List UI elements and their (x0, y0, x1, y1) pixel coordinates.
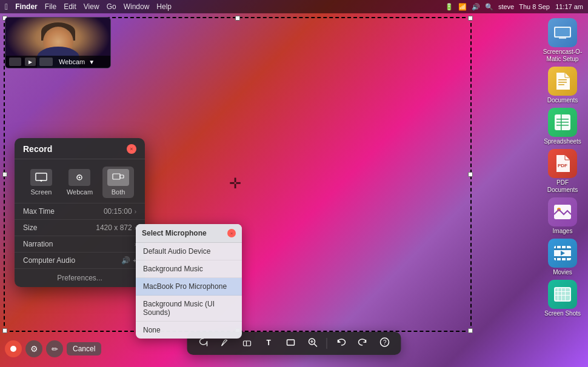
toolbar-rect-icon[interactable] (283, 336, 299, 351)
webcam-mode-label: Webcam (67, 188, 93, 196)
record-button[interactable] (5, 340, 22, 357)
svg-rect-18 (561, 246, 562, 250)
handle-edge-r[interactable] (468, 172, 473, 177)
volume-icon[interactable]: 🔊 (121, 256, 130, 265)
desktop-icon-documents[interactable]: Documents (542, 67, 583, 104)
svg-rect-8 (556, 122, 569, 123)
computer-audio-row[interactable]: Computer Audio 🔊 + (15, 252, 145, 268)
menu-file[interactable]: File (45, 2, 56, 11)
svg-text:?: ? (383, 339, 387, 346)
webcam-chevron-icon[interactable]: ▼ (89, 59, 95, 65)
svg-line-44 (315, 344, 317, 346)
menu-view[interactable]: View (84, 2, 99, 11)
draw-button[interactable]: ✏ (46, 340, 63, 357)
svg-rect-26 (561, 288, 562, 300)
preferences-button[interactable]: Preferences... (15, 268, 145, 287)
menu-help[interactable]: Help (156, 2, 172, 11)
record-modes: Screen Webcam Both (15, 159, 145, 203)
menu-window[interactable]: Window (124, 2, 150, 11)
mic-dropdown-title: Select Microphone (142, 229, 207, 237)
webcam-btn-3[interactable] (39, 58, 53, 66)
svg-rect-9 (556, 125, 569, 126)
record-btn-area: ⚙ ✏ Cancel (5, 340, 101, 357)
mic-option-none[interactable]: None (136, 322, 242, 339)
mic-dropdown-close-button[interactable]: × (227, 229, 236, 237)
narration-row[interactable]: Narration › (15, 236, 145, 252)
webcam-label: Webcam (59, 58, 85, 65)
record-panel-title: Record (23, 144, 52, 154)
mic-option-bg-music[interactable]: Background Music (136, 260, 242, 278)
svg-rect-24 (555, 288, 570, 300)
svg-rect-36 (120, 175, 124, 178)
mic-option-macbook[interactable]: MacBook Pro Microphone (136, 278, 242, 296)
svg-point-34 (79, 177, 81, 179)
toolbar-help-icon[interactable]: ? (377, 336, 393, 351)
desktop-icons: Screencast-O-Matic Setup Documents Sprea… (542, 18, 583, 317)
svg-rect-2 (559, 38, 566, 39)
app-name[interactable]: Finder (15, 2, 38, 11)
toolbar-zoom-icon[interactable] (305, 336, 321, 351)
handle-br[interactable] (468, 328, 473, 333)
mic-option-bg-ui[interactable]: Background Music (UI Sounds) (136, 296, 242, 322)
record-button-inner (10, 346, 16, 352)
menubar-right: 🔋 📶 🔊 🔍 steve Thu 8 Sep 11:17 am (445, 3, 583, 11)
svg-rect-22 (566, 256, 567, 260)
svg-rect-42 (287, 340, 295, 345)
size-row[interactable]: Size 1420 x 872 › (15, 219, 145, 236)
menubar-spotlight[interactable]: 🔍 (485, 3, 493, 11)
max-time-label: Max Time (23, 207, 55, 216)
desktop-icon-images[interactable]: Images (542, 197, 583, 235)
svg-rect-1 (555, 28, 570, 36)
svg-rect-10 (561, 114, 562, 130)
handle-edge-t[interactable] (235, 16, 240, 21)
settings-button[interactable]: ⚙ (25, 340, 42, 357)
toolbar-text-icon[interactable]: T (261, 336, 277, 351)
menubar-user[interactable]: steve (498, 3, 514, 10)
toolbar-eraser-icon[interactable] (239, 336, 255, 351)
svg-rect-3 (558, 79, 567, 81)
cancel-button[interactable]: Cancel (67, 342, 101, 355)
menu-go[interactable]: Go (107, 2, 116, 11)
mic-dropdown: Select Microphone × Default Audio Device… (136, 224, 242, 339)
toolbar-undo-icon[interactable] (333, 336, 349, 351)
audio-controls: 🔊 + (121, 256, 136, 265)
apple-menu[interactable]:  (5, 2, 8, 12)
handle-edge-l[interactable] (2, 172, 7, 177)
both-mode-label: Both (112, 188, 125, 196)
menubar-datetime: Thu 8 Sep 11:17 am (519, 3, 583, 10)
both-mode-icon (107, 169, 129, 186)
handle-bl[interactable] (2, 328, 7, 333)
desktop-icon-spreadsheets[interactable]: Spreadsheets (542, 108, 583, 145)
mode-screen-button[interactable]: Screen (25, 167, 57, 198)
max-time-row[interactable]: Max Time 00:15:00 › (15, 203, 145, 219)
mic-option-default[interactable]: Default Audio Device (136, 243, 242, 260)
mode-both-button[interactable]: Both (102, 167, 134, 198)
size-value: 1420 x 872 › (96, 223, 136, 232)
desktop-icon-screencast[interactable]: Screencast-O-Matic Setup (542, 18, 583, 63)
screen-mode-label: Screen (31, 188, 52, 196)
handle-tr[interactable] (468, 16, 473, 21)
desktop-icon-movies[interactable]: Movies (542, 239, 583, 276)
webcam-btn-1[interactable] (9, 58, 21, 66)
computer-audio-label: Computer Audio (23, 256, 75, 265)
svg-rect-21 (561, 256, 562, 260)
mode-webcam-button[interactable]: Webcam (62, 167, 98, 198)
record-panel: Record × Screen Webcam (15, 138, 145, 287)
screen-mode-icon (30, 169, 52, 186)
icon-screenshots-label: Screen Shots (544, 310, 581, 317)
toolbar-redo-icon[interactable] (355, 336, 371, 351)
menubar-wifi: 📶 (458, 3, 467, 11)
svg-rect-39 (244, 341, 251, 346)
record-panel-close-button[interactable]: × (127, 144, 136, 154)
desktop-icon-screenshots[interactable]: Screen Shots (542, 280, 583, 317)
menu-edit[interactable]: Edit (64, 2, 76, 11)
webcam-controls: ▶ Webcam ▼ (5, 56, 110, 68)
webcam-btn-2[interactable]: ▶ (25, 58, 36, 66)
desktop-icon-pdf[interactable]: PDF PDF Documents (542, 149, 583, 194)
webcam-preview: ▶ Webcam ▼ (5, 17, 111, 68)
icon-movies-label: Movies (553, 269, 572, 276)
svg-text:T: T (267, 339, 272, 347)
svg-rect-27 (565, 288, 566, 300)
toolbar-divider (327, 338, 327, 349)
menubar-battery: 🔋 (445, 3, 453, 11)
